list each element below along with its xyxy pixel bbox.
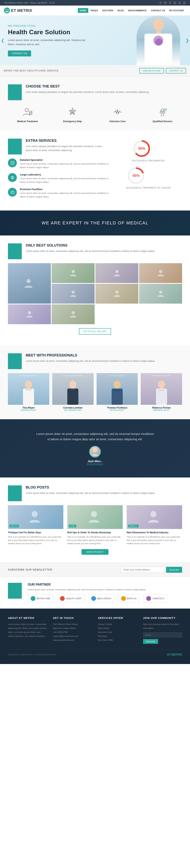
footer-contact: GET IN TOUCH 762 Hillshire Street Street…: [53, 617, 92, 644]
nav-woocommerce[interactable]: WooCommerce: [126, 8, 149, 13]
intensive-care-icon: [112, 106, 124, 118]
svg-point-37: [69, 381, 76, 389]
footer-service-4[interactable]: Oncology: [98, 634, 137, 638]
choose-best-header: CHOOSE THE BEST Cum sociis natoque penat…: [8, 84, 182, 100]
partners-title: OUR PARTNER: [28, 583, 182, 586]
time-text: 11:00: [49, 2, 55, 4]
gallery-photo-6: [95, 284, 138, 304]
professionals-title: MEET WITH PROFESSIONALS: [26, 353, 155, 358]
footer-services-title: SERVICES OFFER: [98, 617, 137, 619]
gallery-photo-7: [139, 284, 182, 304]
hero-title: Health Care Solution: [8, 28, 91, 36]
testimonial-quote: Lorem ipsum dolor sit amet, consectetur …: [36, 431, 154, 442]
partners-section: OUR PARTNER Lorem ipsum dolor sit amet, …: [0, 577, 190, 609]
team-photo-4: IMMUNOLOGIST: [141, 373, 182, 405]
blog-section: BLOG POSTS Lorem ipsum dolor sit amet, c…: [0, 477, 190, 563]
footer-community: JOIN OUR COMMUNITY Sign up to receive em…: [143, 617, 182, 644]
nav-doctors[interactable]: Doctors: [100, 8, 115, 13]
blog-text-2: This is an example of a WordPress post, …: [67, 535, 123, 545]
blog-title-3[interactable]: New Dimensions To Medical Industry: [127, 531, 182, 534]
footer-service-1[interactable]: Cancer Center: [98, 622, 137, 626]
footer-email-input[interactable]: [143, 632, 182, 638]
emergency-help-icon: [66, 106, 78, 118]
team-name-3: Thomas Fictitious: [97, 406, 138, 409]
blog-header: BLOG POSTS Lorem ipsum dolor sit amet, c…: [8, 486, 182, 501]
footer-touch-title: GET IN TOUCH: [53, 617, 92, 619]
extra-description: Cum sociis natoque penatibus et magnis d…: [26, 144, 109, 153]
phone-text: Skype: apt-80183: [30, 2, 47, 4]
contact-us-button[interactable]: CONTACT US: [166, 68, 186, 73]
blog-title: BLOG POSTS: [26, 486, 155, 490]
doctor-neck: [156, 31, 161, 34]
extra-services-header: EXTRA SERVICES Cum sociis natoque penati…: [8, 138, 109, 154]
team-name-1: Tina Meyer: [8, 406, 49, 409]
hero-cta-button[interactable]: Contact Us: [8, 51, 31, 57]
blog-description: Lorem ipsum dolor sit amet, consectetur …: [26, 491, 155, 495]
professionals-header: MEET WITH PROFESSIONALS Lorem ipsum dolo…: [8, 353, 182, 369]
team-name-2: Cornelia Lenihan: [52, 406, 94, 409]
newsletter-email-input[interactable]: [121, 567, 164, 573]
linkedin-icon[interactable]: in: [163, 1, 167, 5]
bring-bar-text: BRING THE BEST HEALTH CARE SERVICE: [4, 69, 59, 72]
more-projects-button[interactable]: MORE PROJECT: [82, 549, 108, 555]
footer-service-2[interactable]: Blood Bank: [98, 626, 137, 630]
gallery-photo-8: [8, 304, 51, 324]
view-blog-button[interactable]: VIEW BLOG NOW: [139, 68, 164, 73]
more-projects-container: MORE PROJECT: [8, 549, 182, 555]
facebook-icon[interactable]: f: [159, 1, 162, 5]
youtube-icon[interactable]: y: [178, 1, 181, 5]
footer-website: www.yourdomain.com: [53, 638, 92, 642]
hero-prev-arrow[interactable]: ❮: [1, 38, 4, 43]
service-1-content: Detailed Specialist Lorem ipsum dolor si…: [20, 158, 109, 169]
nav-account[interactable]: My Account: [167, 8, 186, 13]
pinterest-icon[interactable]: p: [183, 1, 186, 5]
hero-next-arrow[interactable]: ❯: [186, 38, 189, 43]
team-role-1-label: CARDIOLOGIST: [8, 375, 49, 377]
footer-community-title: JOIN OUR COMMUNITY: [143, 617, 182, 619]
social-links: f in t g y p: [159, 1, 186, 5]
svg-rect-39: [70, 389, 75, 390]
nav-blog[interactable]: Blog: [116, 8, 126, 13]
google-plus-icon[interactable]: g: [173, 1, 177, 5]
blog-category-3: MEDICAL: [128, 525, 138, 527]
blog-title-1[interactable]: Tristique Cali For Better Days: [8, 531, 63, 534]
professionals-description: Lorem ipsum dolor sit amet, consectetur …: [26, 359, 155, 363]
solutions-description: Lorem ipsum dolor sit amet, consectetur …: [26, 249, 155, 253]
team-name-4: Rebecca Florian: [141, 406, 182, 409]
nav-home[interactable]: Home: [78, 8, 88, 13]
nav-pages[interactable]: Pages: [89, 8, 100, 13]
svg-point-7: [161, 109, 164, 111]
team-role-4-label: IMMUNOLOGIST: [141, 375, 182, 377]
newsletter-subscribe-button[interactable]: Subscribe: [166, 567, 182, 573]
team-grid: CARDIOLOGIST Tina Meyer CARDIOLOGIST SEO…: [8, 373, 182, 411]
svg-point-46: [93, 447, 97, 452]
extra-services-section: EXTRA SERVICES Cum sociis natoque penati…: [0, 131, 190, 211]
blog-title-2[interactable]: Roll Ups In Order To Smoke Bootcamp: [67, 531, 123, 534]
partner-4: BIOPLUS: [118, 594, 139, 602]
service-intensive-care: Intensive Care: [98, 106, 137, 123]
gallery-button[interactable]: GO TO FULL GALLERY: [79, 328, 111, 335]
footer-services: SERVICES OFFER Cancer Center Blood Bank …: [98, 617, 137, 644]
professionals-intro: MEET WITH PROFESSIONALS Lorem ipsum dolo…: [26, 353, 155, 369]
hero-doctor-image: [136, 16, 180, 65]
hero-section: WE PROVIDE TOTAL Health Care Solution Lo…: [0, 16, 190, 65]
hero-content: WE PROVIDE TOTAL Health Care Solution Lo…: [8, 24, 91, 57]
svg-point-0: [25, 108, 28, 112]
testimonial-section: Lorem ipsum dolor sit amet, consectetur …: [0, 419, 190, 477]
footer-logo: ET METRIX: [167, 653, 182, 656]
footer-address-2: Balmoral, United States: [53, 626, 92, 630]
svg-point-30: [116, 290, 119, 294]
logo[interactable]: ET METRIX: [4, 7, 32, 13]
header: ET METRIX Home Pages Doctors Blog WooCom…: [0, 5, 190, 16]
nav-contact[interactable]: Contact Us: [149, 8, 167, 13]
footer-service-5[interactable]: Eye Care, MRU: [98, 638, 137, 642]
twitter-icon[interactable]: t: [168, 1, 172, 5]
svg-point-43: [158, 381, 165, 389]
service-1-title: Detailed Specialist: [20, 158, 109, 161]
testimonial-avatar: [89, 446, 101, 458]
service-qualified-doctors: Qualified Doctors: [143, 106, 182, 123]
footer-subscribe-button[interactable]: Subscribe: [143, 639, 158, 644]
svg-point-31: [159, 290, 162, 294]
partner-3-name: MEDI GROUP: [97, 597, 111, 600]
footer-service-3[interactable]: Intensive Care: [98, 630, 137, 634]
